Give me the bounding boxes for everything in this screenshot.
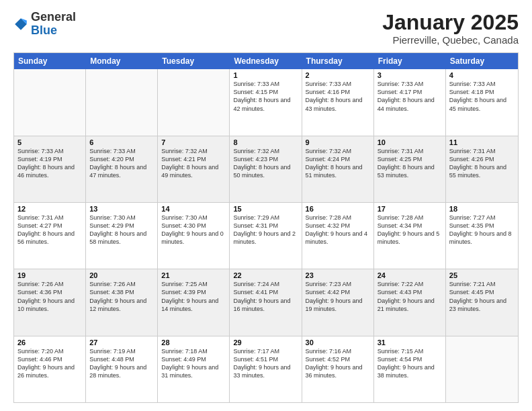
calendar-cell: 10Sunrise: 7:31 AM Sunset: 4:25 PM Dayli… [374,136,446,202]
calendar-cell: 6Sunrise: 7:33 AM Sunset: 4:20 PM Daylig… [86,136,158,202]
day-number: 8 [233,138,298,146]
calendar-cell: 11Sunrise: 7:31 AM Sunset: 4:26 PM Dayli… [446,136,518,202]
calendar-row: 1Sunrise: 7:33 AM Sunset: 4:15 PM Daylig… [14,69,518,136]
calendar-header-row: SundayMondayTuesdayWednesdayThursdayFrid… [14,53,518,69]
day-info: Sunrise: 7:19 AM Sunset: 4:48 PM Dayligh… [89,347,154,380]
day-number: 2 [306,71,370,79]
day-number: 3 [378,71,442,79]
day-info: Sunrise: 7:32 AM Sunset: 4:21 PM Dayligh… [161,147,226,180]
day-info: Sunrise: 7:30 AM Sunset: 4:29 PM Dayligh… [89,214,154,246]
day-number: 29 [233,338,298,347]
calendar-cell: 22Sunrise: 7:24 AM Sunset: 4:41 PM Dayli… [230,269,302,335]
day-info: Sunrise: 7:20 AM Sunset: 4:46 PM Dayligh… [17,347,82,380]
day-number: 19 [17,271,82,279]
header: General Blue January 2025 Pierreville, Q… [13,11,519,46]
day-number: 15 [233,205,298,213]
cal-header-cell: Saturday [446,53,518,69]
day-number: 6 [89,138,154,146]
page-subtitle: Pierreville, Quebec, Canada [382,34,519,46]
calendar-cell: 14Sunrise: 7:30 AM Sunset: 4:30 PM Dayli… [158,203,230,269]
calendar-cell: 18Sunrise: 7:27 AM Sunset: 4:35 PM Dayli… [446,203,518,269]
calendar-cell: 25Sunrise: 7:21 AM Sunset: 4:45 PM Dayli… [446,269,518,335]
day-info: Sunrise: 7:32 AM Sunset: 4:24 PM Dayligh… [306,147,370,180]
day-info: Sunrise: 7:26 AM Sunset: 4:38 PM Dayligh… [89,280,154,313]
day-number: 14 [161,205,226,213]
calendar-cell: 24Sunrise: 7:22 AM Sunset: 4:43 PM Dayli… [374,269,446,335]
calendar-cell: 31Sunrise: 7:15 AM Sunset: 4:54 PM Dayli… [374,336,446,402]
day-info: Sunrise: 7:33 AM Sunset: 4:20 PM Dayligh… [89,147,154,180]
calendar-cell: 9Sunrise: 7:32 AM Sunset: 4:24 PM Daylig… [302,136,374,202]
day-number: 5 [17,138,82,146]
cal-header-cell: Wednesday [230,53,302,69]
cal-header-cell: Friday [374,53,446,69]
page: General Blue January 2025 Pierreville, Q… [0,0,532,411]
calendar-row: 19Sunrise: 7:26 AM Sunset: 4:36 PM Dayli… [14,269,518,336]
calendar-cell [446,336,518,402]
day-info: Sunrise: 7:33 AM Sunset: 4:18 PM Dayligh… [449,80,515,113]
day-info: Sunrise: 7:28 AM Sunset: 4:32 PM Dayligh… [306,214,370,246]
calendar-cell: 5Sunrise: 7:33 AM Sunset: 4:19 PM Daylig… [14,136,86,202]
day-number: 9 [306,138,370,146]
calendar-row: 5Sunrise: 7:33 AM Sunset: 4:19 PM Daylig… [14,136,518,203]
day-number: 7 [161,138,226,146]
day-number: 12 [17,205,82,213]
calendar-cell [158,69,230,135]
day-number: 18 [449,205,515,213]
day-info: Sunrise: 7:33 AM Sunset: 4:19 PM Dayligh… [17,147,82,180]
day-number: 17 [378,205,442,213]
day-number: 10 [378,138,442,146]
day-info: Sunrise: 7:33 AM Sunset: 4:15 PM Dayligh… [233,80,298,113]
page-title: January 2025 [382,11,519,34]
calendar-cell: 17Sunrise: 7:28 AM Sunset: 4:34 PM Dayli… [374,203,446,269]
logo-icon [13,17,28,32]
calendar-cell: 21Sunrise: 7:25 AM Sunset: 4:39 PM Dayli… [158,269,230,335]
calendar-cell: 23Sunrise: 7:23 AM Sunset: 4:42 PM Dayli… [302,269,374,335]
day-number: 11 [449,138,515,146]
calendar-body: 1Sunrise: 7:33 AM Sunset: 4:15 PM Daylig… [14,69,518,402]
day-number: 27 [89,338,154,347]
calendar-row: 12Sunrise: 7:31 AM Sunset: 4:27 PM Dayli… [14,203,518,269]
calendar-cell: 15Sunrise: 7:29 AM Sunset: 4:31 PM Dayli… [230,203,302,269]
calendar-cell: 2Sunrise: 7:33 AM Sunset: 4:16 PM Daylig… [302,69,374,135]
day-info: Sunrise: 7:29 AM Sunset: 4:31 PM Dayligh… [233,214,298,246]
calendar-cell: 3Sunrise: 7:33 AM Sunset: 4:17 PM Daylig… [374,69,446,135]
day-info: Sunrise: 7:31 AM Sunset: 4:25 PM Dayligh… [378,147,442,180]
day-number: 25 [449,271,515,279]
day-info: Sunrise: 7:15 AM Sunset: 4:54 PM Dayligh… [378,347,442,380]
cal-header-cell: Monday [86,53,158,69]
day-info: Sunrise: 7:18 AM Sunset: 4:49 PM Dayligh… [161,347,226,380]
cal-header-cell: Sunday [14,53,86,69]
day-number: 23 [306,271,370,279]
logo-blue: Blue [31,24,57,37]
cal-header-cell: Thursday [302,53,374,69]
day-number: 4 [449,71,515,79]
day-number: 1 [233,71,298,79]
day-number: 16 [306,205,370,213]
calendar-cell: 30Sunrise: 7:16 AM Sunset: 4:52 PM Dayli… [302,336,374,402]
calendar-cell: 12Sunrise: 7:31 AM Sunset: 4:27 PM Dayli… [14,203,86,269]
logo-general: General [31,10,76,24]
calendar-cell: 4Sunrise: 7:33 AM Sunset: 4:18 PM Daylig… [446,69,518,135]
day-info: Sunrise: 7:27 AM Sunset: 4:35 PM Dayligh… [449,214,515,246]
calendar-cell: 1Sunrise: 7:33 AM Sunset: 4:15 PM Daylig… [230,69,302,135]
day-info: Sunrise: 7:24 AM Sunset: 4:41 PM Dayligh… [233,280,298,313]
calendar-cell: 27Sunrise: 7:19 AM Sunset: 4:48 PM Dayli… [86,336,158,402]
title-block: January 2025 Pierreville, Quebec, Canada [382,11,519,46]
logo-text: General Blue [31,11,76,38]
day-info: Sunrise: 7:16 AM Sunset: 4:52 PM Dayligh… [306,347,370,380]
calendar: SundayMondayTuesdayWednesdayThursdayFrid… [13,52,519,403]
day-info: Sunrise: 7:21 AM Sunset: 4:45 PM Dayligh… [449,280,515,313]
cal-header-cell: Tuesday [158,53,230,69]
day-number: 26 [17,338,82,347]
calendar-cell [14,69,86,135]
day-number: 28 [161,338,226,347]
day-number: 24 [378,271,442,279]
calendar-cell: 8Sunrise: 7:32 AM Sunset: 4:23 PM Daylig… [230,136,302,202]
calendar-row: 26Sunrise: 7:20 AM Sunset: 4:46 PM Dayli… [14,336,518,402]
day-info: Sunrise: 7:17 AM Sunset: 4:51 PM Dayligh… [233,347,298,380]
day-info: Sunrise: 7:31 AM Sunset: 4:26 PM Dayligh… [449,147,515,180]
calendar-cell: 7Sunrise: 7:32 AM Sunset: 4:21 PM Daylig… [158,136,230,202]
calendar-cell: 26Sunrise: 7:20 AM Sunset: 4:46 PM Dayli… [14,336,86,402]
day-number: 20 [89,271,154,279]
day-info: Sunrise: 7:33 AM Sunset: 4:17 PM Dayligh… [378,80,442,113]
